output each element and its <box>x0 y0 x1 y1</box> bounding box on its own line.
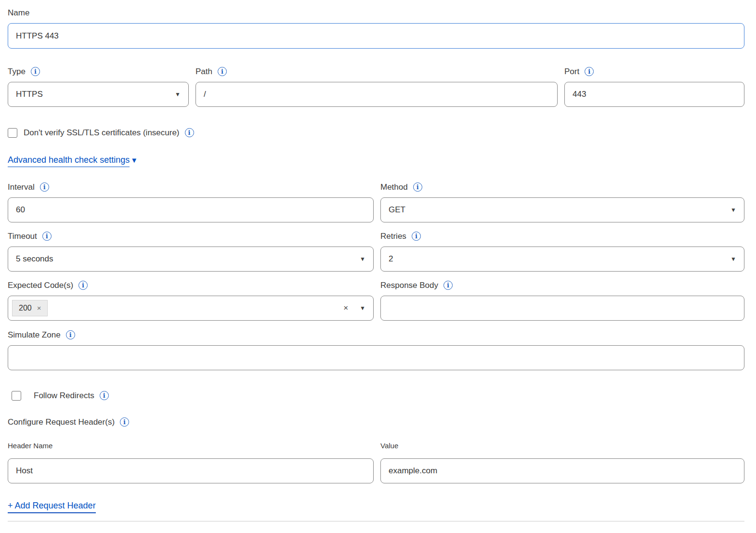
follow-redirects-label: Follow Redirects <box>34 390 94 401</box>
timeout-select[interactable]: 5 seconds ▼ <box>8 247 374 272</box>
simulate-zone-label: Simulate Zone <box>8 330 61 340</box>
advanced-settings-grid: Interval i Method i GET ▼ Timeout i 5 se… <box>8 182 744 321</box>
interval-input[interactable] <box>8 197 374 222</box>
info-icon[interactable]: i <box>40 182 49 192</box>
type-select[interactable]: HTTPS ▼ <box>8 82 189 107</box>
chevron-down-icon: ▼ <box>175 91 181 98</box>
header-name-input[interactable] <box>8 458 374 483</box>
request-headers-label: Configure Request Header(s) <box>8 417 115 427</box>
info-icon[interactable]: i <box>100 391 109 400</box>
type-field: Type i HTTPS ▼ <box>8 66 189 107</box>
request-headers-section: Configure Request Header(s) i <box>8 417 744 427</box>
method-select-value: GET <box>389 205 405 215</box>
simulate-zone-field: Simulate Zone i <box>8 330 744 370</box>
port-input[interactable] <box>564 82 744 107</box>
method-label: Method <box>380 182 408 192</box>
header-name-label: Header Name <box>8 442 52 450</box>
info-icon[interactable]: i <box>218 67 227 76</box>
remove-icon[interactable]: × <box>37 303 41 313</box>
expected-codes-field: Expected Code(s) i 200 × × ▼ <box>8 280 374 321</box>
ssl-verify-label: Don't verify SSL/TLS certificates (insec… <box>24 128 180 138</box>
response-body-field: Response Body i <box>380 280 744 321</box>
name-input[interactable] <box>8 23 744 49</box>
info-icon[interactable]: i <box>585 67 594 76</box>
add-request-header-row: + Add Request Header <box>8 501 744 513</box>
expected-codes-multiselect[interactable]: 200 × × ▼ <box>8 296 374 321</box>
method-select[interactable]: GET ▼ <box>380 197 744 222</box>
chevron-down-icon: ▼ <box>360 256 365 262</box>
expected-codes-label: Expected Code(s) <box>8 280 73 290</box>
timeout-select-value: 5 seconds <box>16 254 53 264</box>
follow-redirects-checkbox[interactable] <box>12 391 21 401</box>
ssl-verify-row: Don't verify SSL/TLS certificates (insec… <box>4 128 744 138</box>
header-name-field: Header Name <box>8 442 374 483</box>
response-body-label: Response Body <box>380 280 438 290</box>
retries-select-value: 2 <box>389 254 393 264</box>
retries-select[interactable]: 2 ▼ <box>380 247 744 272</box>
timeout-label: Timeout <box>8 231 37 241</box>
info-icon[interactable]: i <box>443 281 453 290</box>
info-icon[interactable]: i <box>78 281 88 290</box>
info-icon[interactable]: i <box>31 67 40 76</box>
info-icon[interactable]: i <box>412 232 421 241</box>
advanced-settings-row: Advanced health check settings ▼ <box>8 155 744 167</box>
simulate-zone-input[interactable] <box>8 345 744 370</box>
clear-icon[interactable]: × <box>343 303 348 313</box>
header-value-label: Value <box>380 442 398 450</box>
interval-label: Interval <box>8 182 35 192</box>
chevron-down-icon: ▼ <box>130 156 138 164</box>
add-request-header-link[interactable]: + Add Request Header <box>8 501 96 513</box>
port-label: Port <box>564 66 579 77</box>
chevron-down-icon[interactable]: ▼ <box>360 305 365 312</box>
advanced-settings-link[interactable]: Advanced health check settings <box>8 155 130 167</box>
info-icon[interactable]: i <box>66 330 75 339</box>
expected-code-tag-value: 200 <box>19 303 32 313</box>
interval-field: Interval i <box>8 182 374 222</box>
retries-label: Retries <box>380 231 406 241</box>
info-icon[interactable]: i <box>185 128 194 137</box>
path-field: Path i <box>196 66 558 107</box>
response-body-input[interactable] <box>380 296 744 321</box>
timeout-field: Timeout i 5 seconds ▼ <box>8 231 374 272</box>
info-icon[interactable]: i <box>413 182 422 192</box>
info-icon[interactable]: i <box>42 232 52 241</box>
name-field: Name <box>8 8 744 49</box>
type-select-value: HTTPS <box>16 90 43 99</box>
header-value-input[interactable] <box>380 458 744 483</box>
method-field: Method i GET ▼ <box>380 182 744 222</box>
path-label: Path <box>196 66 212 77</box>
chevron-down-icon: ▼ <box>730 256 736 262</box>
type-path-port-row: Type i HTTPS ▼ Path i Port i <box>8 66 744 107</box>
info-icon[interactable]: i <box>120 417 129 427</box>
ssl-verify-checkbox[interactable] <box>8 128 17 138</box>
section-divider <box>8 521 744 521</box>
health-check-form: Name Type i HTTPS ▼ Path i Port i <box>0 0 756 521</box>
name-label: Name <box>8 8 29 18</box>
retries-field: Retries i 2 ▼ <box>380 231 744 272</box>
path-input[interactable] <box>196 82 558 107</box>
type-label: Type <box>8 66 26 77</box>
port-field: Port i <box>564 66 744 107</box>
follow-redirects-row: Follow Redirects i <box>8 390 744 401</box>
chevron-down-icon: ▼ <box>730 207 736 213</box>
expected-code-tag: 200 × <box>12 300 48 317</box>
request-header-row: Header Name Value <box>8 442 744 483</box>
header-value-field: Value <box>380 442 744 483</box>
